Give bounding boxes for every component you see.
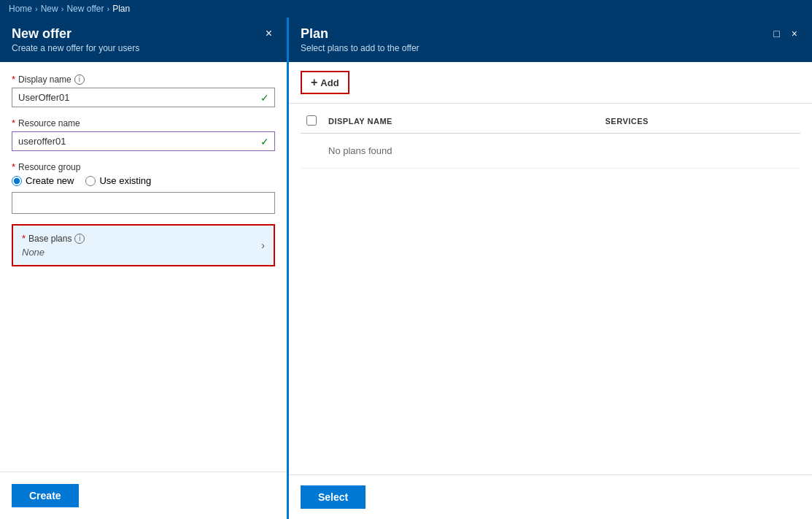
maximize-button[interactable]: □ [770, 26, 782, 41]
breadcrumb-sep-1: › [35, 4, 38, 13]
resource-name-required-star: * [12, 118, 15, 128]
breadcrumb-new-offer[interactable]: New offer [66, 4, 104, 14]
resource-group-radio-group: Create new Use existing [12, 175, 275, 186]
use-existing-radio-label[interactable]: Use existing [85, 175, 151, 186]
plan-table: DISPLAY NAME SERVICES No plans found [301, 109, 800, 169]
display-name-input[interactable]: UserOffer01 [12, 88, 275, 107]
left-panel-footer: Create [0, 472, 287, 519]
resource-group-label: * Resource group [12, 161, 275, 172]
left-panel-body: * Display name i UserOffer01 ✓ * Resourc… [0, 62, 287, 472]
no-plans-text: No plans found [322, 134, 800, 169]
display-name-label-text: Display name [18, 74, 71, 85]
use-existing-radio[interactable] [85, 176, 96, 186]
right-panel-toolbar: + Add [289, 62, 812, 104]
no-data-row: No plans found [301, 134, 800, 169]
create-new-radio-label[interactable]: Create new [12, 175, 74, 186]
resource-name-check-icon: ✓ [260, 136, 269, 147]
select-all-column-header [301, 109, 322, 134]
display-name-label: * Display name i [12, 74, 275, 85]
base-plans-info-icon: i [74, 234, 85, 244]
base-plans-chevron-icon: › [261, 239, 265, 251]
breadcrumb-sep-2: › [61, 4, 64, 13]
left-panel-title: New offer [12, 26, 139, 42]
add-button-label: Add [320, 77, 339, 88]
breadcrumb-home[interactable]: Home [9, 4, 32, 14]
base-plans-label-text: Base plans [28, 234, 71, 244]
base-plans-value: None [22, 247, 261, 258]
display-name-check-icon: ✓ [260, 92, 269, 104]
resource-group-text-input[interactable] [12, 192, 275, 214]
resource-name-label: * Resource name [12, 118, 275, 128]
base-plans-selector[interactable]: * Base plans i None › [12, 224, 275, 266]
right-panel-footer: Select [289, 474, 812, 519]
new-offer-panel: New offer Create a new offer for your us… [0, 18, 289, 519]
select-all-checkbox[interactable] [306, 115, 317, 126]
select-button[interactable]: Select [301, 485, 366, 509]
right-panel-title: Plan [301, 26, 419, 42]
display-name-input-wrapper: UserOffer01 ✓ [12, 88, 275, 107]
left-panel-close-button[interactable]: × [263, 26, 275, 41]
breadcrumb-current: Plan [112, 4, 130, 14]
display-name-info-icon: i [74, 74, 85, 85]
breadcrumb-sep-3: › [107, 4, 110, 13]
create-new-radio[interactable] [12, 176, 22, 186]
left-panel-subtitle: Create a new offer for your users [12, 43, 139, 53]
resource-name-input[interactable]: useroffer01 [12, 131, 275, 151]
services-column-header: SERVICES [600, 109, 801, 134]
plus-icon: + [311, 76, 317, 89]
create-new-label-text: Create new [26, 175, 74, 186]
breadcrumb-new[interactable]: New [41, 4, 58, 14]
plan-panel: Plan Select plans to add to the offer □ … [289, 18, 812, 519]
create-button[interactable]: Create [12, 484, 79, 507]
use-existing-label-text: Use existing [99, 175, 151, 186]
base-plans-required-star: * [22, 233, 26, 244]
resource-name-group: * Resource name useroffer01 ✓ [12, 118, 275, 151]
base-plans-inner: * Base plans i None [22, 233, 261, 258]
base-plans-group: * Base plans i None › [12, 224, 275, 266]
resource-group-required-star: * [12, 161, 15, 172]
resource-group-group: * Resource group Create new Use existing [12, 161, 275, 214]
base-plans-label: * Base plans i [22, 233, 261, 244]
plan-table-container: DISPLAY NAME SERVICES No plans found [289, 104, 812, 474]
right-panel-subtitle: Select plans to add to the offer [301, 43, 419, 53]
display-name-required-star: * [12, 74, 15, 85]
right-panel-close-button[interactable]: × [789, 26, 800, 41]
top-bar: Home › New › New offer › Plan [0, 0, 812, 18]
right-panel-header: Plan Select plans to add to the offer □ … [289, 18, 812, 62]
resource-group-label-text: Resource group [18, 162, 80, 172]
add-button[interactable]: + Add [301, 71, 349, 94]
display-name-group: * Display name i UserOffer01 ✓ [12, 74, 275, 107]
resource-name-input-wrapper: useroffer01 ✓ [12, 131, 275, 151]
resource-name-label-text: Resource name [18, 118, 80, 128]
right-panel-controls: □ × [770, 26, 800, 41]
display-name-column-header: DISPLAY NAME [322, 109, 600, 134]
left-panel-header: New offer Create a new offer for your us… [0, 18, 287, 62]
